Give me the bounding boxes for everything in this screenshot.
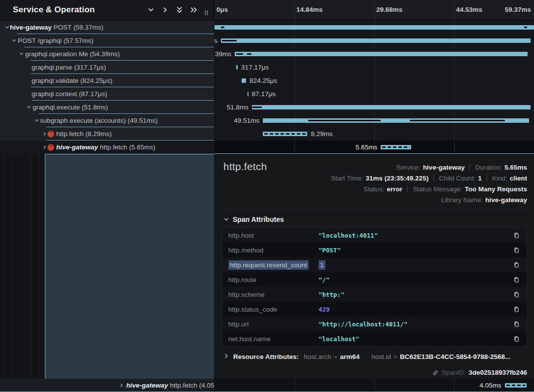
tree-caret-down-icon[interactable] xyxy=(26,104,32,110)
span-duration-label: 87.17μs xyxy=(252,87,276,101)
span-duration-label: 317.17μs xyxy=(241,61,269,74)
panel-resize-handle[interactable]: || xyxy=(205,9,209,15)
span-bar[interactable] xyxy=(221,38,531,43)
span-id-value: 3de02518937fb246 xyxy=(468,369,527,376)
ruler-tick-label: 0μs xyxy=(216,6,228,13)
tree-caret-down-icon[interactable] xyxy=(34,117,39,123)
span-bar[interactable] xyxy=(252,105,531,109)
meta-line: Status:errorStatus Message:Too Many Requ… xyxy=(331,183,527,194)
copy-icon[interactable] xyxy=(513,232,520,239)
span-label: hive-gateway http.fetch (5.65ms) xyxy=(56,141,155,154)
tree-caret-down-icon[interactable] xyxy=(18,51,24,57)
span-label: graphql.context (87.17μs) xyxy=(32,87,107,101)
attribute-key: http.request.resend_count xyxy=(222,261,319,269)
meta-value: error xyxy=(387,185,402,193)
span-bar[interactable] xyxy=(263,118,529,123)
chevron-right-icon xyxy=(223,353,229,360)
indent-guide xyxy=(22,154,22,379)
span-tree-bottom-row[interactable]: hive-gateway http.fetch (4.05ms) xyxy=(0,379,214,392)
span-attributes-header[interactable]: Span Attributes xyxy=(223,215,284,223)
tree-header: Service & Operation || xyxy=(0,0,214,21)
service-name: hive-gateway xyxy=(126,382,168,389)
meta-label: Child Count: xyxy=(439,175,475,182)
copy-icon[interactable] xyxy=(513,247,520,253)
attribute-row: net.host.name"localhost" xyxy=(222,331,527,346)
attribute-row: http.host"localhost:4011" xyxy=(222,228,527,243)
error-icon: ! xyxy=(47,131,54,138)
span-bar[interactable] xyxy=(381,145,411,149)
waterfall-bottom-row[interactable]: 4.05ms xyxy=(214,379,534,392)
attribute-row: http.request.resend_count1 xyxy=(222,257,527,272)
span-bar[interactable] xyxy=(242,78,246,83)
copy-icon[interactable] xyxy=(513,261,520,268)
span-bar[interactable] xyxy=(248,92,249,96)
meta-line: Library Name:hive-gateway xyxy=(331,194,527,205)
attribute-value: "localhost" xyxy=(319,335,359,343)
meta-line: Service:hive-gatewayDuration:5.65ms xyxy=(331,162,527,173)
meta-separator xyxy=(487,175,487,181)
span-bar[interactable] xyxy=(236,65,238,70)
attribute-value: "http:" xyxy=(319,291,345,298)
tree-caret-right-icon[interactable] xyxy=(41,144,47,150)
tree-row[interactable]: hive-gateway POST (59.37ms) xyxy=(0,21,214,34)
tree-row[interactable]: !hive-gateway http.fetch (5.65ms) xyxy=(0,141,214,154)
tree-row[interactable]: graphql.operation Me (54.39ms) xyxy=(0,47,214,61)
resource-equals: = xyxy=(334,353,338,360)
copy-icon[interactable] xyxy=(513,276,520,283)
waterfall-gridline xyxy=(374,379,375,392)
attribute-row: http.scheme"http:" xyxy=(222,287,527,302)
indent-guide xyxy=(39,154,40,379)
span-label: hive-gateway POST (59.37ms) xyxy=(10,21,104,34)
copy-icon[interactable] xyxy=(513,306,520,313)
tree-row[interactable]: POST /graphql (57.57ms) xyxy=(0,34,214,47)
span-label: subgraph.execute (accounts) (49.51ms) xyxy=(40,114,158,127)
waterfall-row[interactable]: 5.65ms xyxy=(214,141,534,154)
attribute-row: http.url"http://localhost:4011/" xyxy=(222,317,527,331)
double-chevron-right-icon[interactable] xyxy=(189,5,198,14)
tree-row[interactable]: graphql.validate (824.25μs) xyxy=(0,74,214,87)
meta-value: 1 xyxy=(478,175,482,182)
resource-value: arm64 xyxy=(340,353,359,360)
tree-row[interactable]: !http.fetch (8.29ms) xyxy=(0,127,214,141)
attribute-value: 429 xyxy=(319,306,330,313)
resource-equals: = xyxy=(393,353,397,360)
span-id-row: SpanID: 3de02518937fb246 xyxy=(432,369,527,376)
meta-label: Status Message: xyxy=(413,185,463,193)
span-bar[interactable] xyxy=(214,25,534,30)
tree-caret-down-icon[interactable] xyxy=(11,37,17,43)
attribute-value: "http://localhost:4011/" xyxy=(319,321,408,328)
ruler-tick-label: 29.68ms xyxy=(376,6,402,13)
span-bar[interactable] xyxy=(235,52,528,56)
meta-label: Duration: xyxy=(475,164,502,171)
resource-attributes-row[interactable]: Resource Attributes: host.arch=arm64host… xyxy=(223,353,527,360)
ruler-tick-label: 59.37ms xyxy=(505,6,531,13)
copy-icon[interactable] xyxy=(513,291,520,298)
tree-row[interactable]: graphql.context (87.17μs) xyxy=(0,87,214,101)
detail-divider xyxy=(223,209,527,210)
span-label: graphql.execute (51.8ms) xyxy=(33,101,108,114)
attribute-row: http.route"/" xyxy=(222,272,527,287)
tree-caret-right-icon[interactable] xyxy=(41,131,47,137)
attribute-key: http.status_code xyxy=(222,306,319,313)
tree-caret-right-icon[interactable] xyxy=(118,382,124,388)
double-chevron-down-icon[interactable] xyxy=(175,5,184,14)
tree-row[interactable]: graphql.parse (317.17μs) xyxy=(0,61,214,74)
span-bar[interactable] xyxy=(263,132,307,136)
span-bar[interactable] xyxy=(505,383,527,388)
resource-value: BC62E13B-C4CC-5854-9788-2568... xyxy=(400,353,510,360)
span-duration-label: 49.51ms xyxy=(232,114,259,127)
tree-caret-down-icon[interactable] xyxy=(4,24,10,30)
tree-row[interactable]: subgraph.execute (accounts) (49.51ms) xyxy=(0,114,214,127)
tree-header-title: Service & Operation xyxy=(13,5,95,15)
link-icon[interactable] xyxy=(432,369,439,376)
copy-icon[interactable] xyxy=(513,335,520,342)
meta-separator xyxy=(433,175,434,181)
span-duration-label: 8.29ms xyxy=(311,127,332,141)
chevron-down-icon[interactable] xyxy=(146,5,155,14)
meta-label: Kind: xyxy=(492,175,507,182)
tree-row[interactable]: graphql.execute (51.8ms) xyxy=(0,101,214,114)
indent-guide xyxy=(31,154,31,379)
chevron-right-icon[interactable] xyxy=(161,5,170,14)
ruler-tick-label: 14.84ms xyxy=(296,6,322,13)
copy-icon[interactable] xyxy=(513,321,520,327)
